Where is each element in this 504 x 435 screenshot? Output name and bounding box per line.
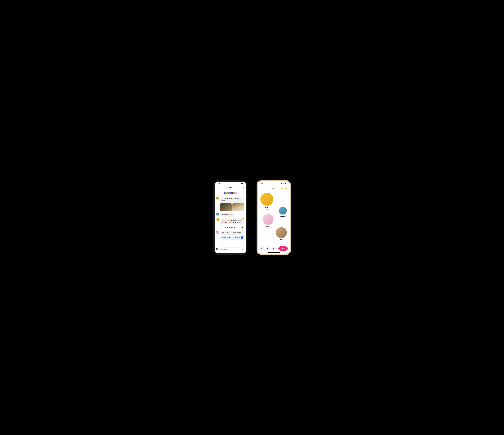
message-row: Hi, I am moving to my new home! <box>216 197 244 211</box>
avatar[interactable] <box>216 218 219 221</box>
participant-subtitle: 9:23 am <box>260 209 273 210</box>
play-button[interactable] <box>241 236 243 239</box>
message-row: ◆ Hi @emma Please check this proposal cr… <box>216 218 244 229</box>
message-placeholder: Message <box>221 249 227 250</box>
participant[interactable]: Caroline <box>279 207 287 217</box>
chat-title: Sales <box>227 187 232 189</box>
file-attachment[interactable]: loop-proposal.pdf <box>220 225 244 229</box>
cellular-icon <box>280 183 282 184</box>
member-avatars[interactable] <box>215 190 246 195</box>
status-time: 9:41 <box>261 183 264 184</box>
sync-title: sync <box>272 188 275 190</box>
svg-rect-0 <box>261 248 262 249</box>
message-bubble[interactable]: Hi @emma Please check this proposal crea… <box>220 218 244 224</box>
share-icon[interactable] <box>241 226 243 228</box>
sync-footer: + Leave <box>258 245 290 252</box>
status-time: 9:41 <box>218 183 220 185</box>
participant-avatar <box>260 193 273 206</box>
participant-name: Emma <box>263 226 273 227</box>
message-bubble[interactable]: Awesome @sarah <box>220 213 235 217</box>
waveform-icon <box>282 188 284 189</box>
iphone-frame: 9:41 sync 11m Sarah <box>257 180 291 255</box>
wifi-icon <box>239 183 241 184</box>
transcript-link[interactable]: Transcript <box>231 237 240 238</box>
avatar[interactable] <box>216 231 219 233</box>
participant-name: Sarah <box>260 207 273 208</box>
participant[interactable]: Emma <box>263 214 273 227</box>
participant-name: Rich <box>276 239 287 241</box>
transcript-duration: 10m <box>227 237 230 238</box>
bookmark-icon[interactable]: ◆ <box>242 218 244 219</box>
participants-grid: Sarah 9:23 am Caroline Emma Rich <box>258 191 290 245</box>
transcript-avatars <box>221 236 226 239</box>
battery-icon <box>241 183 243 184</box>
participant[interactable]: Sarah 9:23 am <box>260 193 273 210</box>
battery-icon <box>285 183 287 184</box>
leave-button[interactable]: Leave <box>279 246 288 251</box>
panels-icon[interactable] <box>216 248 219 250</box>
transcript-chip[interactable]: 10m Transcript <box>220 235 244 240</box>
message-row: Yes, we can go ahead with this 10m Trans… <box>216 231 244 240</box>
status-bar: 9:41 <box>215 182 246 186</box>
add-button[interactable]: + <box>271 246 276 251</box>
participant-avatar <box>263 214 273 225</box>
mention[interactable]: @emma <box>223 219 229 221</box>
participant-name: Caroline <box>279 215 287 217</box>
chat-header: ‹ Sales ••• <box>215 186 246 190</box>
avatar[interactable] <box>216 213 219 215</box>
home-indicator[interactable] <box>268 252 280 253</box>
composer: Message + <box>215 246 246 253</box>
photo-attachment[interactable] <box>233 203 244 211</box>
mention[interactable]: @sarah <box>228 214 233 216</box>
sync-header: sync 11m <box>258 186 290 191</box>
participant-avatar <box>279 207 287 215</box>
participant[interactable]: Rich <box>276 227 287 241</box>
wifi-icon <box>283 183 284 184</box>
sync-timer: 11m <box>282 188 287 190</box>
android-phone-frame: 9:41 ‹ Sales ••• Hi, I am mov <box>213 180 247 255</box>
message-row: Awesome @sarah <box>216 213 244 217</box>
message-bubble[interactable]: Yes, we can go ahead with this <box>220 231 243 235</box>
mic-button[interactable] <box>260 246 264 251</box>
back-button[interactable]: ‹ <box>217 186 217 189</box>
pdf-icon <box>221 226 223 228</box>
plus-icon[interactable]: + <box>242 249 243 250</box>
avatar[interactable] <box>216 197 219 199</box>
participant-avatar <box>276 227 287 238</box>
svg-rect-1 <box>267 248 268 249</box>
message-bubble[interactable]: Hi, I am moving to my new home! <box>220 197 244 203</box>
screen-share-button[interactable] <box>265 246 270 251</box>
chat-scroll[interactable]: Hi, I am moving to my new home! Awesome … <box>215 195 246 246</box>
photo-attachment[interactable] <box>220 203 232 211</box>
message-input[interactable]: Message + <box>220 247 244 251</box>
file-name: loop-proposal.pdf <box>224 226 240 228</box>
status-bar: 9:41 <box>258 182 290 186</box>
more-button[interactable]: ••• <box>242 187 244 189</box>
